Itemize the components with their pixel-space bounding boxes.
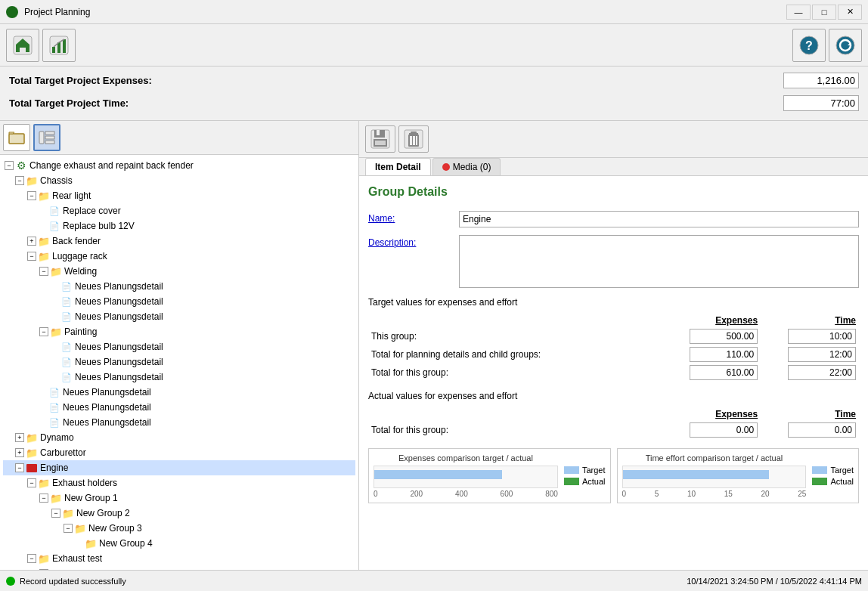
tree-item-paint-plan2[interactable]: 📄Neues Planungsdetail xyxy=(3,354,355,370)
time-col-header: Time xyxy=(761,314,859,327)
maximize-button[interactable]: □ xyxy=(812,5,836,20)
expenses-col-header: Expenses xyxy=(662,314,761,327)
help-icon: ? xyxy=(798,35,820,56)
expand-btn[interactable]: − xyxy=(27,191,36,200)
svg-rect-2 xyxy=(52,47,55,53)
status-icon xyxy=(6,577,15,586)
tree-item-rack-plan2[interactable]: 📄Neues Planungsdetail xyxy=(3,400,355,415)
time-value[interactable] xyxy=(783,95,859,111)
expand-btn[interactable]: − xyxy=(27,478,36,487)
expand-btn[interactable]: − xyxy=(64,524,73,533)
chart-icon xyxy=(48,35,70,56)
actual-time-col: Time xyxy=(761,407,859,421)
tree-item-et-newgroup1[interactable]: −📁New Group 1 xyxy=(3,566,355,570)
tree-item-carburettor[interactable]: +📁Carburettor xyxy=(3,445,355,460)
tree-container[interactable]: −⚙Change exhaust and repaint back fender… xyxy=(0,155,358,570)
tree-item-icon: 📁 xyxy=(38,235,50,247)
row2-label: Total for planning details and child gro… xyxy=(368,345,662,364)
home-icon xyxy=(12,35,33,56)
tree-item-paint-plan3[interactable]: 📄Neues Planungsdetail xyxy=(3,370,355,385)
tree-item-icon xyxy=(26,462,38,474)
home-button[interactable] xyxy=(6,29,39,62)
tab-item-detail[interactable]: Item Detail xyxy=(365,158,431,175)
tree-item-newgroup2a[interactable]: −📁New Group 2 xyxy=(3,506,355,521)
left-toolbar xyxy=(0,121,358,155)
time-target-legend-color xyxy=(812,466,827,474)
tree-item-icon: 📁 xyxy=(62,507,74,519)
expand-btn[interactable]: − xyxy=(39,494,48,503)
description-row: Description: xyxy=(368,235,859,288)
expand-btn[interactable]: − xyxy=(39,267,48,276)
close-button[interactable]: ✕ xyxy=(838,5,862,20)
minimize-button[interactable]: — xyxy=(786,5,811,20)
svg-point-7 xyxy=(836,36,854,54)
tree-item-replace-bulb[interactable]: 📄Replace bulb 12V xyxy=(3,218,355,234)
tab-media[interactable]: Media (0) xyxy=(432,158,501,175)
expand-btn[interactable]: − xyxy=(51,509,60,518)
time-label: Total Target Project Time: xyxy=(9,97,783,109)
tree-item-label: Exhaust test xyxy=(52,553,102,564)
axis-800: 800 xyxy=(545,490,558,498)
tree-item-paint-plan1[interactable]: 📄Neues Planungsdetail xyxy=(3,339,355,354)
tree-item-newgroup3a[interactable]: −📁New Group 3 xyxy=(3,521,355,536)
folder-view-button[interactable] xyxy=(3,124,30,151)
name-link[interactable]: Name: xyxy=(368,213,395,224)
t-axis-25: 25 xyxy=(798,490,806,498)
tree-item-rear-light[interactable]: −📁Rear light xyxy=(3,188,355,203)
expand-btn[interactable]: − xyxy=(15,176,24,185)
expand-btn[interactable]: + xyxy=(15,433,24,442)
help-button[interactable]: ? xyxy=(792,29,826,62)
tree-item-exhaust-holders[interactable]: −📁Exhaust holders xyxy=(3,475,355,490)
tree-item-chassis[interactable]: −📁Chassis xyxy=(3,173,355,188)
description-input[interactable] xyxy=(459,235,859,288)
expand-btn[interactable]: − xyxy=(39,569,48,570)
actual-legend-label: Actual xyxy=(582,477,606,486)
tree-item-label: Exhaust holders xyxy=(52,478,117,488)
tree-item-welding[interactable]: −📁Welding xyxy=(3,264,355,279)
tree-item-label: Engine xyxy=(40,463,68,473)
tree-item-weld-plan1[interactable]: 📄Neues Planungsdetail xyxy=(3,279,355,294)
tree-item-painting[interactable]: −📁Painting xyxy=(3,324,355,339)
tree-item-icon: 📁 xyxy=(26,432,38,444)
tree-item-rack-plan1[interactable]: 📄Neues Planungsdetail xyxy=(3,385,355,400)
tree-item-icon: 📄 xyxy=(60,280,73,292)
actual-values-table: Expenses Time Total for this group: xyxy=(368,407,859,439)
expand-btn[interactable]: − xyxy=(27,554,36,563)
save-button[interactable] xyxy=(365,125,395,153)
expenses-value[interactable] xyxy=(783,73,859,88)
list-view-button[interactable] xyxy=(33,124,60,151)
tree-item-icon: 📄 xyxy=(48,386,60,398)
refresh-button[interactable] xyxy=(829,29,862,62)
expand-btn[interactable]: − xyxy=(15,463,24,472)
name-label: Name: xyxy=(368,211,459,224)
window-title: Project Planning xyxy=(24,7,786,17)
tree-item-weld-plan2[interactable]: 📄Neues Planungsdetail xyxy=(3,294,355,309)
tree-item-icon: 📁 xyxy=(26,175,38,187)
tree-item-newgroup4[interactable]: 📁New Group 4 xyxy=(3,536,355,551)
tree-item-exhaust-test[interactable]: −📁Exhaust test xyxy=(3,551,355,566)
expand-btn[interactable]: − xyxy=(27,252,36,261)
name-input[interactable] xyxy=(459,211,859,227)
tree-item-engine[interactable]: −Engine xyxy=(3,460,355,475)
tree-item-weld-plan3[interactable]: 📄Neues Planungsdetail xyxy=(3,309,355,324)
tree-item-newgroup1[interactable]: −📁New Group 1 xyxy=(3,490,355,506)
svg-text:?: ? xyxy=(805,39,813,52)
chart-button[interactable] xyxy=(42,29,76,62)
expand-btn[interactable]: − xyxy=(39,327,48,336)
row3-label: Total for this group: xyxy=(368,364,662,382)
main-toolbar: ? xyxy=(0,24,868,67)
expand-btn[interactable]: − xyxy=(5,161,14,170)
row1-expenses xyxy=(662,327,761,345)
tree-item-lugage-rack[interactable]: −📁Luggage rack xyxy=(3,249,355,264)
tree-item-rack-plan3[interactable]: 📄Neues Planungsdetail xyxy=(3,415,355,430)
expand-btn[interactable]: + xyxy=(27,237,36,246)
table-row: Total for this group: xyxy=(368,364,859,382)
tree-item-dynamo[interactable]: +📁Dynamo xyxy=(3,430,355,445)
delete-button[interactable] xyxy=(398,125,429,153)
tree-item-back-fender[interactable]: +📁Back fender xyxy=(3,234,355,249)
description-link[interactable]: Description: xyxy=(368,237,416,248)
tree-item-root[interactable]: −⚙Change exhaust and repaint back fender xyxy=(3,158,355,173)
expand-btn[interactable]: + xyxy=(15,448,24,457)
tree-item-icon: 📄 xyxy=(60,371,73,383)
tree-item-replace-cover[interactable]: 📄Replace cover xyxy=(3,203,355,218)
